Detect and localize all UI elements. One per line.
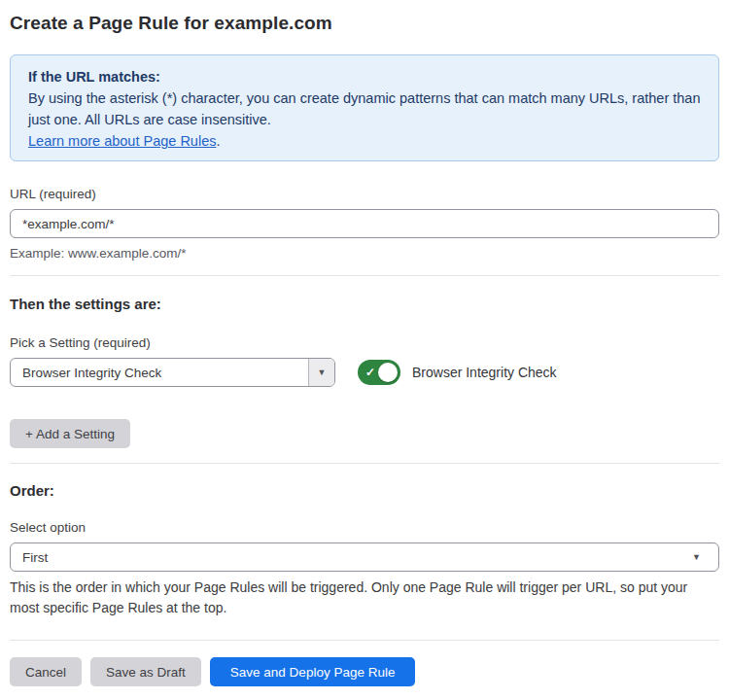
url-match-info-box: If the URL matches: By using the asteris… bbox=[10, 54, 719, 161]
url-example-helper: Example: www.example.com/* bbox=[10, 246, 719, 261]
chevron-down-icon[interactable]: ▼ bbox=[308, 359, 334, 386]
save-deploy-button[interactable]: Save and Deploy Page Rule bbox=[210, 657, 416, 686]
page-title: Create a Page Rule for example.com bbox=[10, 13, 719, 34]
cancel-button[interactable]: Cancel bbox=[10, 657, 82, 686]
setting-row: Browser Integrity Check ▼ ✓ Browser Inte… bbox=[10, 358, 719, 387]
divider bbox=[10, 463, 719, 464]
divider bbox=[10, 275, 719, 276]
save-draft-button[interactable]: Save as Draft bbox=[90, 657, 201, 686]
learn-more-link[interactable]: Learn more about Page Rules bbox=[28, 133, 216, 149]
setting-select[interactable]: Browser Integrity Check ▼ bbox=[10, 358, 335, 387]
order-helper-text: This is the order in which your Page Rul… bbox=[10, 578, 710, 618]
url-field-label: URL (required) bbox=[10, 187, 719, 201]
footer-buttons: Cancel Save as Draft Save and Deploy Pag… bbox=[10, 657, 719, 686]
info-box-heading: If the URL matches: bbox=[28, 66, 701, 88]
settings-section-heading: Then the settings are: bbox=[10, 296, 719, 312]
divider bbox=[10, 640, 719, 641]
order-select-label: Select option bbox=[10, 520, 719, 535]
info-box-link-line: Learn more about Page Rules. bbox=[28, 130, 701, 152]
add-setting-button[interactable]: + Add a Setting bbox=[10, 419, 130, 448]
toggle-knob bbox=[378, 363, 398, 382]
pick-setting-label: Pick a Setting (required) bbox=[10, 335, 719, 350]
toggle-label: Browser Integrity Check bbox=[412, 365, 557, 380]
info-box-body: By using the asterisk (*) character, you… bbox=[28, 88, 701, 130]
order-select-value: First bbox=[22, 550, 48, 565]
order-select[interactable]: First ▼ bbox=[10, 542, 719, 572]
order-section-heading: Order: bbox=[10, 482, 719, 499]
page-rule-form: Create a Page Rule for example.com If th… bbox=[0, 13, 729, 686]
check-icon: ✓ bbox=[365, 367, 375, 378]
url-input[interactable] bbox=[10, 209, 719, 238]
setting-select-value: Browser Integrity Check bbox=[11, 359, 308, 386]
chevron-down-icon: ▼ bbox=[692, 552, 707, 562]
browser-integrity-toggle[interactable]: ✓ bbox=[358, 360, 400, 385]
link-suffix: . bbox=[216, 133, 220, 149]
